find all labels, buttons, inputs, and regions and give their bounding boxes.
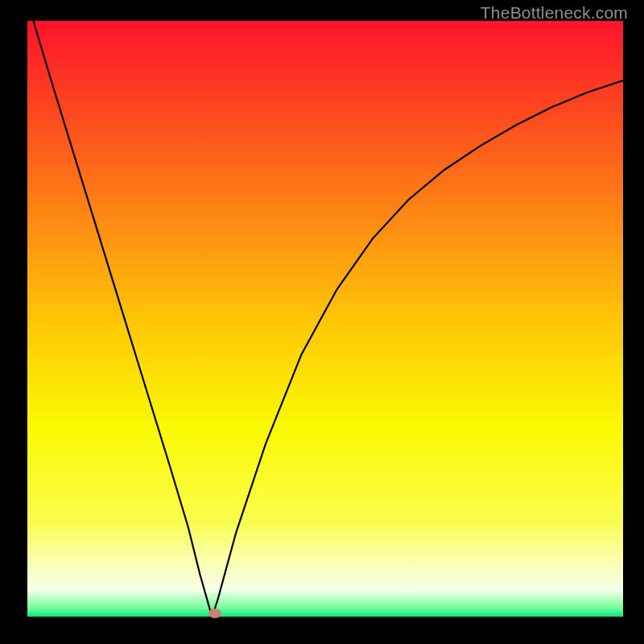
chart-frame [27,21,623,617]
chart-background [27,21,623,617]
watermark-text: TheBottleneck.com [481,3,628,23]
bottleneck-chart [27,21,623,617]
optimal-point-marker [208,609,221,618]
